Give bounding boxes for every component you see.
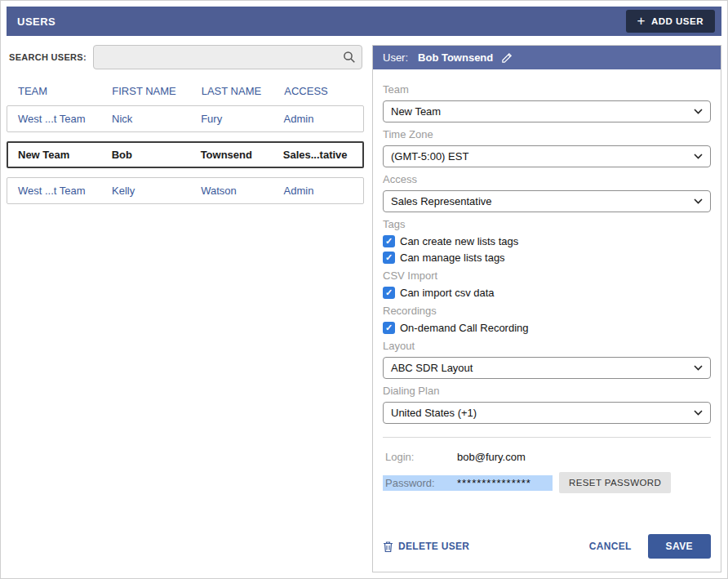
chevron-down-icon (694, 410, 703, 416)
add-user-button[interactable]: + ADD USER (626, 10, 716, 33)
chevron-down-icon (694, 154, 703, 159)
table-header: TEAM FIRST NAME LAST NAME ACCESS (7, 80, 364, 105)
cell-team: New Team (18, 149, 112, 161)
search-input[interactable] (93, 45, 362, 69)
user-detail-form: Team New Team Time Zone (GMT-5:00) EST A… (373, 69, 721, 523)
timezone-label: Time Zone (383, 128, 711, 140)
delete-user-label: DELETE USER (398, 541, 469, 552)
detail-footer: DELETE USER CANCEL SAVE (373, 523, 721, 572)
dialing-plan-select[interactable]: United States (+1) (383, 402, 711, 424)
column-header-last: LAST NAME (202, 85, 285, 97)
login-row: Login: bob@fury.com (383, 446, 711, 467)
tags-label: Tags (383, 218, 711, 230)
tags-option-2: ✓ Can manage lists tags (383, 252, 711, 264)
access-select[interactable]: Sales Representative (383, 190, 711, 212)
table-row-selected[interactable]: New Team Bob Townsend Sales...tative (7, 141, 364, 168)
checkbox-label: On-demand Call Recording (400, 322, 529, 334)
password-label: Password: (383, 475, 455, 491)
plus-icon: + (637, 14, 646, 28)
checkbox-label: Can manage lists tags (400, 252, 505, 264)
user-detail-panel: User: Bob Townsend Team New Team Time Zo… (372, 45, 721, 572)
checkbox-checked-icon[interactable]: ✓ (383, 287, 395, 299)
search-label: SEARCH USERS: (9, 52, 87, 62)
login-value: bob@fury.com (455, 449, 528, 465)
password-value: *************** (455, 475, 553, 491)
table-row[interactable]: West ...t Team Nick Fury Admin (7, 105, 364, 132)
table-row[interactable]: West ...t Team Kelly Watson Admin (7, 177, 364, 204)
csv-import-label: CSV Import (383, 269, 711, 282)
team-select[interactable]: New Team (383, 100, 711, 122)
layout-select[interactable]: ABC SDR Layout (383, 357, 711, 379)
cell-first: Bob (112, 149, 201, 161)
delete-user-link[interactable]: DELETE USER (383, 541, 469, 553)
password-row: Password: *************** RESET PASSWORD (383, 472, 711, 493)
access-select-value: Sales Representative (391, 195, 492, 207)
layout-label: Layout (383, 340, 711, 352)
search-row: SEARCH USERS: (7, 45, 364, 69)
layout-select-value: ABC SDR Layout (391, 362, 473, 374)
chevron-down-icon (694, 109, 703, 114)
checkbox-checked-icon[interactable]: ✓ (383, 235, 395, 247)
credentials-divider (383, 437, 711, 438)
user-label: User: (383, 51, 408, 64)
cancel-button[interactable]: CANCEL (589, 541, 632, 552)
cell-access: Sales...tative (283, 149, 362, 161)
cell-last: Watson (201, 185, 283, 197)
users-table: TEAM FIRST NAME LAST NAME ACCESS West ..… (7, 80, 364, 204)
recordings-option-1: ✓ On-demand Call Recording (383, 322, 711, 334)
cell-team: West ...t Team (18, 113, 112, 125)
access-label: Access (383, 173, 711, 185)
team-label: Team (383, 83, 711, 96)
chevron-down-icon (694, 365, 703, 371)
trash-icon (383, 541, 393, 553)
cell-first: Nick (112, 113, 201, 125)
login-label: Login: (383, 449, 455, 465)
save-button[interactable]: SAVE (648, 534, 711, 559)
dialing-plan-select-value: United States (+1) (391, 407, 477, 419)
users-page: USERS + ADD USER SEARCH USERS: TE (0, 0, 728, 579)
cell-team: West ...t Team (18, 185, 112, 197)
checkbox-checked-icon[interactable]: ✓ (383, 322, 395, 334)
main-content: SEARCH USERS: TEAM FIRST NAME LAST NAME … (7, 36, 721, 572)
edit-pencil-icon[interactable] (501, 51, 513, 64)
csv-option-1: ✓ Can import csv data (383, 287, 711, 299)
reset-password-button[interactable]: RESET PASSWORD (559, 472, 671, 493)
column-header-access: ACCESS (284, 85, 364, 97)
cell-last: Fury (201, 113, 283, 125)
search-box (93, 45, 362, 69)
team-select-value: New Team (391, 105, 441, 118)
cell-first: Kelly (112, 185, 201, 197)
user-name: Bob Townsend (418, 51, 493, 64)
checkbox-label: Can import csv data (400, 287, 495, 299)
search-icon[interactable] (343, 51, 356, 64)
timezone-select[interactable]: (GMT-5:00) EST (383, 145, 711, 167)
timezone-select-value: (GMT-5:00) EST (391, 150, 468, 163)
column-header-team: TEAM (18, 85, 112, 97)
top-bar: USERS + ADD USER (7, 7, 721, 36)
cell-access: Admin (284, 185, 363, 197)
page-title: USERS (17, 16, 55, 28)
tags-option-1: ✓ Can create new lists tags (383, 235, 711, 247)
cell-last: Townsend (201, 149, 283, 161)
add-user-label: ADD USER (651, 16, 704, 26)
user-detail-header: User: Bob Townsend (373, 46, 721, 69)
checkbox-label: Can create new lists tags (400, 235, 518, 247)
chevron-down-icon (694, 198, 703, 204)
checkbox-checked-icon[interactable]: ✓ (383, 252, 395, 264)
cell-access: Admin (284, 113, 363, 125)
dialing-plan-label: Dialing Plan (383, 385, 711, 397)
column-header-first: FIRST NAME (112, 85, 201, 97)
users-list-panel: SEARCH USERS: TEAM FIRST NAME LAST NAME … (7, 45, 372, 572)
recordings-label: Recordings (383, 305, 711, 317)
